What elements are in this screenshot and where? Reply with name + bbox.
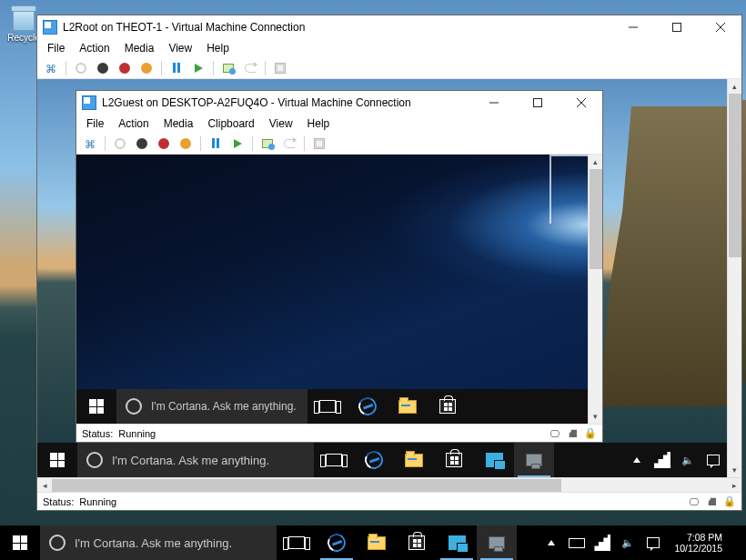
volume-icon[interactable]	[620, 535, 636, 551]
ctrl-alt-del-button[interactable]	[80, 135, 100, 153]
menu-action[interactable]: Action	[112, 115, 155, 132]
clock[interactable]: 7:08 PM 10/12/2015	[670, 532, 726, 554]
enhanced-session-button[interactable]	[270, 59, 290, 77]
task-view-button[interactable]	[307, 389, 348, 424]
turn-off-button[interactable]	[132, 135, 152, 153]
turn-off-button[interactable]	[93, 59, 113, 77]
task-view-button[interactable]	[314, 443, 354, 477]
save-button[interactable]	[136, 59, 156, 77]
vmconnect-taskbar-icon[interactable]	[514, 443, 554, 477]
close-button[interactable]	[562, 91, 600, 115]
scroll-right-arrow[interactable]: ▸	[727, 478, 741, 492]
minimize-button[interactable]	[475, 91, 513, 115]
save-button[interactable]	[176, 135, 196, 153]
file-explorer-taskbar-icon[interactable]	[357, 525, 397, 560]
menu-clipboard[interactable]: Clipboard	[201, 115, 260, 132]
revert-button[interactable]	[279, 135, 299, 153]
ctrl-alt-del-button[interactable]	[41, 59, 61, 77]
menu-file[interactable]: File	[80, 115, 110, 132]
network-icon[interactable]	[594, 535, 610, 551]
menu-view[interactable]: View	[263, 115, 299, 132]
start-button[interactable]	[110, 135, 130, 153]
outer-vertical-scrollbar[interactable]: ▴ ▾	[727, 79, 741, 477]
file-explorer-taskbar-icon[interactable]	[394, 443, 434, 477]
scroll-down-arrow[interactable]: ▾	[728, 463, 741, 477]
shut-down-button[interactable]	[154, 135, 174, 153]
task-view-button[interactable]	[277, 525, 317, 560]
search-placeholder: I'm Cortana. Ask me anything.	[75, 536, 232, 550]
cortana-search[interactable]: I'm Cortana. Ask me anything.	[40, 525, 277, 560]
revert-button[interactable]	[240, 59, 260, 77]
cortana-search[interactable]: I'm Cortana. Ask me anything.	[116, 389, 307, 424]
edge-taskbar-icon[interactable]	[354, 443, 394, 477]
tray-overflow-icon[interactable]	[543, 535, 560, 551]
network-icon[interactable]	[654, 452, 670, 468]
battery-icon[interactable]	[569, 535, 585, 551]
nic-status-icon[interactable]: ⛘	[566, 427, 579, 440]
pause-button[interactable]	[206, 135, 226, 153]
inner-window-title: L2Guest on DESKTOP-A2FUQ4O - Virtual Mac…	[102, 96, 469, 109]
store-taskbar-icon[interactable]	[434, 443, 474, 477]
store-taskbar-icon[interactable]	[397, 525, 437, 560]
outer-titlebar[interactable]: L2Root on THEOT-1 - Virtual Machine Conn…	[37, 15, 741, 39]
show-desktop-button[interactable]	[735, 535, 741, 551]
scroll-down-arrow[interactable]: ▾	[589, 409, 602, 424]
outer-window-title: L2Root on THEOT-1 - Virtual Machine Conn…	[63, 21, 609, 34]
scroll-thumb[interactable]	[729, 94, 741, 257]
checkpoint-button[interactable]	[257, 135, 277, 153]
hyperv-manager-taskbar-icon[interactable]	[474, 443, 514, 477]
scroll-thumb[interactable]	[590, 169, 602, 269]
menu-view[interactable]: View	[162, 40, 198, 56]
outer-horizontal-scrollbar[interactable]: ◂ ▸	[37, 477, 741, 492]
start-button[interactable]	[0, 525, 40, 560]
scroll-thumb[interactable]	[52, 479, 561, 492]
minimize-button[interactable]	[614, 15, 652, 39]
action-center-icon[interactable]	[645, 535, 661, 551]
l1-guest-desktop[interactable]: L2Guest on DESKTOP-A2FUQ4O - Virtual Mac…	[37, 79, 727, 477]
hyperv-manager-taskbar-icon[interactable]	[437, 525, 477, 560]
inner-vm-window[interactable]: L2Guest on DESKTOP-A2FUQ4O - Virtual Mac…	[76, 90, 603, 443]
outer-vm-window[interactable]: L2Root on THEOT-1 - Virtual Machine Conn…	[36, 15, 742, 511]
lock-icon: 🔒	[723, 495, 736, 508]
menu-action[interactable]: Action	[73, 40, 116, 56]
action-center-icon[interactable]	[705, 452, 721, 468]
l1-system-tray	[623, 443, 727, 477]
display-config-icon[interactable]: 🖵	[548, 427, 560, 440]
reset-button[interactable]	[188, 59, 208, 77]
inner-vertical-scrollbar[interactable]: ▴ ▾	[588, 155, 602, 424]
vmconnect-taskbar-icon[interactable]	[477, 525, 517, 560]
l2-guest-desktop[interactable]: I'm Cortana. Ask me anything.	[76, 155, 588, 424]
shut-down-button[interactable]	[115, 59, 135, 77]
cortana-icon	[126, 398, 142, 415]
tray-overflow-icon[interactable]	[629, 452, 645, 468]
file-explorer-taskbar-icon[interactable]	[388, 389, 428, 424]
maximize-button[interactable]	[519, 91, 557, 115]
pause-button[interactable]	[166, 59, 186, 77]
scroll-up-arrow[interactable]: ▴	[728, 79, 741, 94]
scroll-left-arrow[interactable]: ◂	[37, 478, 52, 492]
enhanced-session-button[interactable]	[309, 135, 329, 153]
inner-toolbar	[76, 133, 602, 155]
reset-button[interactable]	[227, 135, 247, 153]
store-taskbar-icon[interactable]	[428, 389, 468, 424]
maximize-button[interactable]	[658, 15, 696, 39]
edge-taskbar-icon[interactable]	[317, 525, 357, 560]
start-button[interactable]	[37, 443, 77, 477]
menu-help[interactable]: Help	[301, 115, 337, 132]
cortana-search[interactable]: I'm Cortana. Ask me anything.	[77, 443, 314, 477]
menu-media[interactable]: Media	[157, 115, 200, 132]
volume-icon[interactable]	[680, 452, 696, 468]
status-label: Status:	[43, 496, 74, 507]
edge-taskbar-icon[interactable]	[348, 389, 388, 424]
nic-status-icon[interactable]: ⛘	[705, 495, 718, 508]
menu-help[interactable]: Help	[200, 40, 236, 56]
scroll-up-arrow[interactable]: ▴	[589, 155, 602, 169]
menu-file[interactable]: File	[41, 40, 71, 56]
menu-media[interactable]: Media	[118, 40, 161, 56]
close-button[interactable]	[701, 15, 740, 39]
display-config-icon[interactable]: 🖵	[687, 495, 700, 508]
start-button[interactable]	[71, 59, 91, 77]
checkpoint-button[interactable]	[218, 59, 238, 77]
start-button[interactable]	[76, 389, 116, 424]
inner-titlebar[interactable]: L2Guest on DESKTOP-A2FUQ4O - Virtual Mac…	[76, 91, 602, 115]
